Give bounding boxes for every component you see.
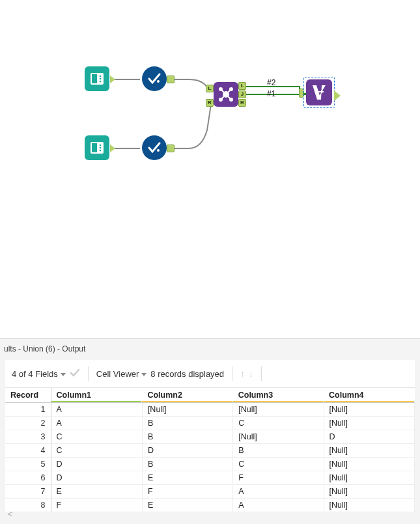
results-toolbar: 4 of 4 Fields Cell Viewer 8 records disp…	[5, 360, 415, 388]
results-breadcrumb: ults - Union (6) - Output	[0, 339, 420, 360]
col-record[interactable]: Record	[5, 388, 51, 403]
svg-point-8	[100, 150, 102, 152]
cell[interactable]: B	[233, 444, 324, 458]
text-input-tool-1[interactable]	[85, 66, 109, 91]
cell-viewer-dropdown[interactable]: Cell Viewer	[96, 369, 147, 379]
cell[interactable]: [Null]	[324, 485, 414, 499]
row-number[interactable]: 6	[5, 471, 51, 485]
svg-point-7	[100, 147, 102, 149]
table-row[interactable]: 7EFA[Null]	[5, 485, 415, 499]
svg-point-4	[157, 80, 160, 83]
connection-label-2: #2	[267, 78, 275, 87]
selected-tool-frame[interactable]	[303, 77, 335, 108]
row-number[interactable]: 4	[5, 444, 51, 458]
union-input[interactable]	[299, 89, 303, 98]
cell[interactable]: A	[233, 485, 324, 499]
col-column2[interactable]: Column2	[142, 388, 232, 403]
cell[interactable]: D	[51, 458, 142, 471]
col-column3[interactable]: Column3	[233, 388, 324, 403]
row-number[interactable]: 5	[5, 458, 51, 471]
horizontal-scrollbar[interactable]: <	[5, 508, 415, 520]
cell[interactable]: [Null]	[233, 403, 324, 417]
cell[interactable]: C	[51, 430, 142, 444]
arrow-up-icon[interactable]: ↑	[240, 368, 245, 379]
select-tool-2[interactable]	[142, 135, 167, 160]
cell[interactable]: A	[51, 417, 142, 430]
cell[interactable]: F	[142, 485, 232, 499]
cell[interactable]: [Null]	[233, 430, 324, 444]
table-row[interactable]: 4CDB[Null]	[5, 444, 415, 458]
cell[interactable]: E	[51, 485, 142, 499]
cell[interactable]: B	[142, 458, 232, 471]
join-output-R[interactable]: R	[238, 99, 246, 107]
table-row[interactable]: 1A[Null][Null][Null]	[5, 403, 415, 417]
join-input-R[interactable]: R	[206, 99, 214, 107]
scroll-left-icon[interactable]: <	[5, 510, 15, 519]
svg-point-3	[100, 81, 102, 83]
col-column4[interactable]: Column4	[324, 388, 414, 403]
row-number[interactable]: 1	[5, 403, 51, 417]
cell[interactable]: A	[51, 403, 142, 417]
cell[interactable]: D	[142, 444, 232, 458]
row-number[interactable]: 7	[5, 485, 51, 499]
svg-point-2	[100, 78, 102, 80]
join-output-L[interactable]: L	[238, 82, 246, 90]
records-count: 8 records displayed	[150, 369, 224, 379]
cell[interactable]: [Null]	[324, 471, 414, 485]
results-panel: ults - Union (6) - Output 4 of 4 Fields …	[0, 338, 420, 524]
text-input-tool-2[interactable]	[85, 135, 109, 160]
cell[interactable]: C	[233, 417, 324, 430]
cell[interactable]: [Null]	[324, 403, 414, 417]
join-input-L[interactable]: L	[206, 85, 214, 92]
table-row[interactable]: 5DBC[Null]	[5, 458, 415, 471]
svg-point-1	[100, 76, 102, 77]
results-table[interactable]: Record Column1 Column2 Column3 Column4 1…	[5, 388, 415, 512]
cell[interactable]: [Null]	[324, 444, 414, 458]
cell[interactable]: C	[51, 444, 142, 458]
join-tool[interactable]	[214, 82, 238, 107]
table-row[interactable]: 2ABC[Null]	[5, 417, 415, 430]
select-tool-1[interactable]	[142, 66, 167, 91]
row-number[interactable]: 3	[5, 430, 51, 444]
cell[interactable]: [Null]	[324, 417, 414, 430]
check-icon[interactable]	[70, 368, 80, 380]
table-row[interactable]: 6DEF[Null]	[5, 471, 415, 485]
cell[interactable]: B	[142, 430, 232, 444]
union-tool[interactable]	[306, 79, 332, 105]
cell[interactable]: D	[324, 430, 414, 444]
col-column1[interactable]: Column1	[51, 388, 142, 403]
svg-point-6	[100, 145, 102, 146]
join-output-J[interactable]: J	[238, 90, 246, 98]
table-row[interactable]: 3CB[Null]D	[5, 430, 415, 444]
arrow-down-icon[interactable]: ↓	[249, 368, 253, 379]
cell[interactable]: B	[142, 417, 232, 430]
row-number[interactable]: 2	[5, 417, 51, 430]
fields-dropdown[interactable]: 4 of 4 Fields	[12, 369, 66, 379]
cell[interactable]: E	[142, 471, 232, 485]
workflow-canvas[interactable]: L R L J R #2 #1	[0, 0, 420, 338]
svg-point-9	[157, 149, 160, 152]
connection-label-1: #1	[267, 89, 275, 98]
cell[interactable]: F	[233, 471, 324, 485]
cell[interactable]: D	[51, 471, 142, 485]
cell[interactable]: [Null]	[324, 458, 414, 471]
cell[interactable]: [Null]	[142, 403, 232, 417]
cell[interactable]: C	[233, 458, 324, 471]
